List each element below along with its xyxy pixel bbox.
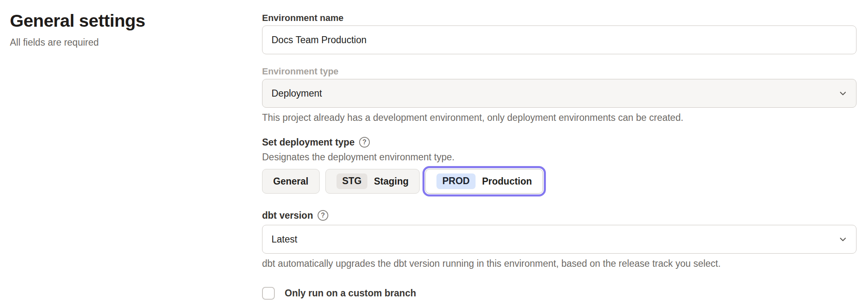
deployment-type-option-label: Production bbox=[482, 176, 532, 187]
question-mark-icon[interactable]: ? bbox=[318, 210, 328, 221]
custom-branch-checkbox[interactable] bbox=[262, 287, 275, 300]
environment-type-value: Deployment bbox=[272, 88, 322, 99]
stg-badge: STG bbox=[337, 173, 367, 189]
deployment-type-option-label: Staging bbox=[374, 176, 408, 187]
dbt-version-helper: dbt automatically upgrades the dbt versi… bbox=[262, 258, 856, 269]
deployment-type-option-general[interactable]: General bbox=[262, 169, 320, 194]
deployment-type-option-label: General bbox=[273, 176, 309, 187]
dbt-version-section: dbt version ? bbox=[262, 209, 856, 222]
environment-type-helper: This project already has a development e… bbox=[262, 112, 856, 123]
deployment-type-option-production[interactable]: PROD Production bbox=[425, 169, 543, 194]
dbt-version-value: Latest bbox=[272, 234, 297, 245]
page-title: General settings bbox=[10, 11, 240, 31]
deployment-type-option-staging[interactable]: STG Staging bbox=[325, 169, 420, 194]
environment-type-label: Environment type bbox=[262, 66, 856, 77]
dbt-version-select[interactable]: Latest bbox=[262, 225, 856, 254]
prod-badge: PROD bbox=[436, 173, 475, 189]
dbt-version-label: dbt version bbox=[262, 209, 313, 222]
environment-name-input[interactable] bbox=[262, 25, 856, 54]
chevron-down-icon bbox=[838, 234, 848, 244]
environment-name-label: Environment name bbox=[262, 12, 856, 24]
general-settings-form: Environment name Environment type Deploy… bbox=[262, 9, 856, 300]
chevron-down-icon bbox=[838, 88, 848, 98]
deployment-type-helper: Designates the deployment environment ty… bbox=[262, 152, 856, 162]
deployment-type-options: General STG Staging PROD Production bbox=[262, 169, 856, 194]
deployment-type-label: Set deployment type bbox=[262, 136, 355, 148]
deployment-type-section: Set deployment type ? bbox=[262, 136, 856, 148]
environment-type-select: Deployment bbox=[262, 79, 856, 108]
custom-branch-row: Only run on a custom branch bbox=[262, 287, 856, 300]
custom-branch-label: Only run on a custom branch bbox=[285, 288, 416, 299]
page-subtitle: All fields are required bbox=[10, 37, 240, 48]
question-mark-icon[interactable]: ? bbox=[359, 137, 370, 148]
settings-intro: General settings All fields are required bbox=[10, 11, 240, 48]
